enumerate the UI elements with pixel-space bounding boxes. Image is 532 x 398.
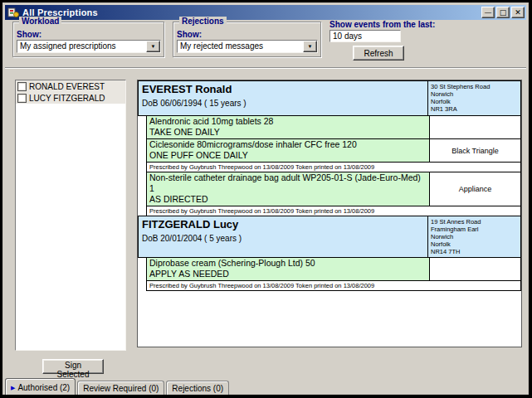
rejections-group-label: Rejections <box>179 17 227 26</box>
patient-checkbox[interactable] <box>17 82 27 91</box>
patient-list-label: RONALD EVEREST <box>29 82 105 91</box>
patient-dob: DoB 06/06/1994 ( 15 years ) <box>142 99 424 108</box>
sign-selected-button[interactable]: Sign Selected <box>42 359 104 374</box>
patient-address: 19 St Annes RoadFramingham EarlNorwichNo… <box>427 216 520 257</box>
workload-group-label: Workload <box>19 17 61 26</box>
prescription-row[interactable]: Ciclesonide 80micrograms/dose inhaler CF… <box>146 138 521 163</box>
patient-address: 30 St Stephens RoadNorwichNorfolkNR1 3RA <box>427 81 520 115</box>
chevron-down-icon[interactable]: ▼ <box>146 41 160 52</box>
prescription-row[interactable]: Non-sterile catheter drainage bag adult … <box>146 172 521 206</box>
address-line: Norwich <box>431 233 518 240</box>
prescription-items: Diprobase cream (Schering-Plough Ltd) 50… <box>146 257 521 291</box>
tab-label: Authorised (2) <box>17 383 70 392</box>
drug-directions: AS DIRECTED <box>149 194 427 205</box>
drug-directions: TAKE ONE DAILY <box>149 127 427 138</box>
address-line: Norfolk <box>431 240 518 248</box>
prescription-details: Alendronic acid 10mg tablets 28TAKE ONE … <box>147 116 429 138</box>
address-line: Norfolk <box>431 98 518 105</box>
show-events-label: Show events from the last: <box>329 20 435 29</box>
address-line: NR1 3RA <box>431 105 518 113</box>
address-line: 30 St Stephens Road <box>431 83 518 90</box>
patient-dob: DoB 20/01/2004 ( 5 years ) <box>142 234 424 243</box>
prescribed-by-line: Prescribed by Guybrush Threepwood on 13/… <box>146 280 521 291</box>
patient-block: FITZGERALD LucyDoB 20/01/2004 ( 5 years … <box>138 216 521 291</box>
title-bar: All Prescriptions — □ ✕ <box>5 5 526 20</box>
address-line: NR14 7TH <box>431 248 518 255</box>
prescription-annotation <box>429 116 520 138</box>
chevron-down-icon[interactable]: ▼ <box>303 41 317 52</box>
prescription-details: Non-sterile catheter drainage bag adult … <box>147 172 429 206</box>
prescription-annotation: Black Triangle <box>429 139 520 162</box>
rejections-dropdown[interactable]: My rejected messages ▼ <box>177 40 318 53</box>
rejections-groupbox: Rejections Show: My rejected messages ▼ <box>173 22 321 57</box>
prescriptions-panel[interactable]: EVEREST RonaldDoB 06/06/1994 ( 15 years … <box>137 80 522 347</box>
events-period-input[interactable] <box>329 30 401 42</box>
bottom-tabstrip: ▶Authorised (2)Review Required (0)Reject… <box>5 379 231 395</box>
patient-list-item[interactable]: LUCY FITZGERALD <box>16 92 125 104</box>
tab-label: Review Required (0) <box>83 384 159 393</box>
tab-review-required-0[interactable]: Review Required (0) <box>77 381 164 395</box>
drug-name: Diprobase cream (Schering-Plough Ltd) 50 <box>149 258 427 269</box>
tab-rejections-0[interactable]: Rejections (0) <box>166 381 229 395</box>
tab-label: Rejections (0) <box>172 384 223 393</box>
drug-name: Non-sterile catheter drainage bag adult … <box>149 172 427 194</box>
patient-list-item[interactable]: RONALD EVEREST <box>16 80 125 92</box>
patient-checklist[interactable]: RONALD EVERESTLUCY FITZGERALD <box>15 80 126 351</box>
workload-groupbox: Workload Show: My assigned prescriptions… <box>12 22 164 57</box>
workload-show-label: Show: <box>17 30 41 39</box>
toolbar-divider <box>5 67 526 69</box>
minimize-button[interactable]: — <box>481 7 495 18</box>
workload-dropdown-value: My assigned prescriptions <box>17 41 146 52</box>
patient-header-info: FITZGERALD LucyDoB 20/01/2004 ( 5 years … <box>139 216 427 257</box>
patient-header-info: EVEREST RonaldDoB 06/06/1994 ( 15 years … <box>139 81 427 115</box>
prescription-items: Alendronic acid 10mg tablets 28TAKE ONE … <box>146 115 521 216</box>
patient-list-label: LUCY FITZGERALD <box>29 94 105 103</box>
address-line: Norwich <box>431 90 518 98</box>
address-line: 19 St Annes Road <box>431 218 518 226</box>
workload-dropdown[interactable]: My assigned prescriptions ▼ <box>17 40 161 53</box>
close-button[interactable]: ✕ <box>511 7 525 18</box>
patient-header: FITZGERALD LucyDoB 20/01/2004 ( 5 years … <box>138 216 521 258</box>
prescription-details: Diprobase cream (Schering-Plough Ltd) 50… <box>147 258 429 280</box>
active-tab-marker-icon: ▶ <box>11 385 15 391</box>
drug-name: Ciclesonide 80micrograms/dose inhaler CF… <box>149 139 427 150</box>
drug-directions: APPLY AS NEEDED <box>149 269 427 279</box>
maximize-button[interactable]: □ <box>496 7 510 18</box>
tab-authorised-2[interactable]: ▶Authorised (2) <box>5 378 76 395</box>
patient-name: FITZGERALD Lucy <box>142 218 424 231</box>
address-line: Framingham Earl <box>431 226 518 233</box>
refresh-button[interactable]: Refresh <box>353 46 404 61</box>
patient-checkbox[interactable] <box>17 94 27 103</box>
prescription-row[interactable]: Diprobase cream (Schering-Plough Ltd) 50… <box>146 257 521 281</box>
rejections-dropdown-value: My rejected messages <box>178 41 303 52</box>
prescription-annotation <box>429 258 520 280</box>
patient-block: EVEREST RonaldDoB 06/06/1994 ( 15 years … <box>138 80 521 216</box>
app-window: All Prescriptions — □ ✕ Workload Show: M… <box>2 2 529 395</box>
prescription-row[interactable]: Alendronic acid 10mg tablets 28TAKE ONE … <box>146 115 521 139</box>
drug-directions: ONE PUFF ONCE DAILY <box>149 150 427 161</box>
rejections-show-label: Show: <box>177 30 202 39</box>
patient-header: EVEREST RonaldDoB 06/06/1994 ( 15 years … <box>138 80 521 116</box>
drug-name: Alendronic acid 10mg tablets 28 <box>149 116 427 127</box>
app-icon <box>7 7 19 18</box>
prescription-details: Ciclesonide 80micrograms/dose inhaler CF… <box>147 139 429 162</box>
patient-name: EVEREST Ronald <box>142 83 424 95</box>
window-title: All Prescriptions <box>22 7 480 17</box>
prescription-annotation: Appliance <box>429 172 520 206</box>
